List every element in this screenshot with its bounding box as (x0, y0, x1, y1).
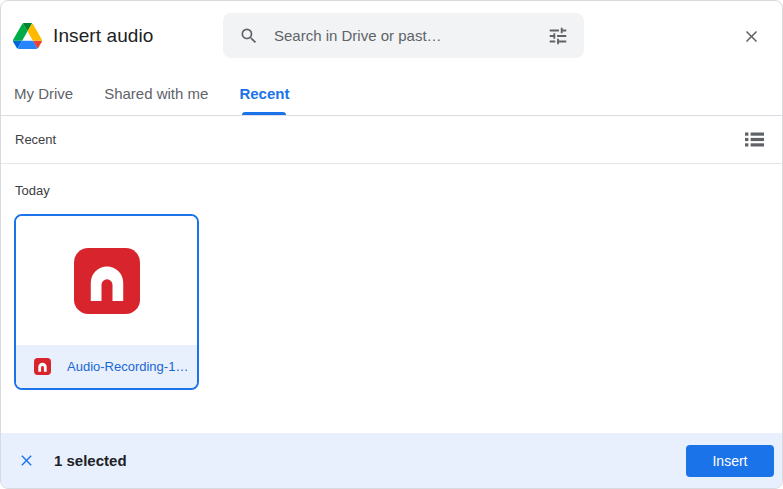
selection-count: 1 selected (54, 452, 127, 469)
tab-shared-with-me[interactable]: Shared with me (104, 71, 208, 115)
dialog-header: Insert audio (1, 1, 782, 71)
tab-bar: My Drive Shared with me Recent (1, 71, 782, 116)
file-name: Audio-Recording-1… (67, 359, 187, 374)
section-label: Recent (15, 132, 56, 147)
close-icon (742, 27, 761, 46)
tab-label: Recent (239, 85, 289, 102)
search-box[interactable] (223, 13, 584, 58)
insert-button[interactable]: Insert (686, 445, 774, 477)
dialog-title: Insert audio (53, 25, 154, 47)
tune-icon (547, 25, 569, 47)
deselect-button[interactable] (13, 448, 39, 474)
file-card-footer: Audio-Recording-1… (16, 345, 197, 388)
close-icon (18, 452, 35, 469)
tab-label: My Drive (14, 85, 73, 102)
file-card[interactable]: Audio-Recording-1… (14, 214, 199, 390)
search-options-button[interactable] (546, 24, 570, 48)
active-tab-indicator (242, 112, 286, 115)
file-grid: Today Audio-Recording-1… (1, 164, 782, 437)
section-toolbar: Recent (1, 116, 782, 164)
selection-bar: 1 selected Insert (1, 433, 782, 488)
list-view-button[interactable] (744, 132, 764, 148)
insert-audio-dialog: Insert audio My Drive Shared with me (0, 0, 783, 489)
close-dialog-button[interactable] (740, 25, 762, 47)
headphones-icon (74, 248, 140, 314)
tab-recent[interactable]: Recent (239, 71, 289, 115)
headphones-icon-small (34, 358, 51, 375)
group-label: Today (15, 183, 50, 198)
search-icon (239, 26, 259, 46)
tab-label: Shared with me (104, 85, 208, 102)
google-drive-logo-icon (13, 23, 42, 49)
file-thumbnail (16, 216, 197, 345)
search-input[interactable] (272, 26, 546, 45)
tab-my-drive[interactable]: My Drive (14, 71, 73, 115)
list-view-icon (745, 132, 764, 147)
